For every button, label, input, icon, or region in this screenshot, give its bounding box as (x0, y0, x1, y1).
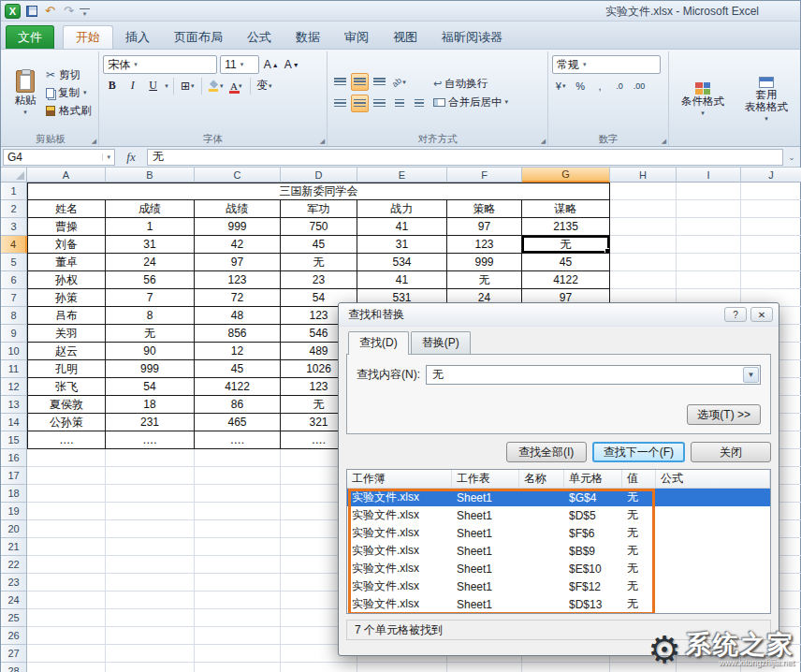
cell-C10[interactable]: 12 (195, 343, 281, 360)
cell-B28[interactable] (106, 663, 195, 672)
cell-A3[interactable]: 曹操 (27, 218, 106, 236)
paste-button[interactable]: 粘贴 ▾ (7, 53, 44, 132)
cell-B15[interactable]: …. (106, 431, 195, 449)
cell-E6[interactable]: 41 (357, 271, 447, 289)
cell-J3[interactable] (741, 218, 801, 236)
tab-find[interactable]: 查找(D) (348, 331, 409, 355)
cell-H2[interactable] (610, 200, 677, 218)
row-header-12[interactable]: 12 (1, 378, 27, 396)
percent-style-button[interactable]: % (572, 78, 589, 95)
font-dialog-launcher[interactable]: ◢ (320, 138, 325, 144)
column-header-B[interactable]: B (106, 168, 195, 183)
result-column-formula[interactable]: 公式 (656, 470, 770, 488)
row-header-4[interactable]: 4 (1, 236, 27, 254)
cell-D4[interactable]: 45 (281, 236, 357, 254)
result-column-workbook[interactable]: 工作簿 (347, 470, 452, 488)
column-header-F[interactable]: F (447, 168, 522, 183)
cell-C27[interactable] (195, 645, 281, 663)
formula-bar-expand-button[interactable]: ⌄ (785, 153, 798, 162)
cell-B8[interactable]: 8 (106, 307, 195, 325)
cell-B12[interactable]: 54 (106, 378, 195, 396)
tab-insert[interactable]: 插入 (113, 25, 162, 49)
cell-F4[interactable]: 123 (447, 236, 522, 254)
format-as-table-button[interactable]: 套用表格格式 ▾ (736, 53, 796, 146)
font-name-select[interactable]: 宋体▾ (103, 55, 217, 74)
column-header-H[interactable]: H (610, 168, 677, 183)
cell-B19[interactable] (106, 503, 195, 520)
cell-C4[interactable]: 42 (195, 236, 281, 254)
cell-D28[interactable] (281, 663, 357, 672)
cell-B7[interactable]: 7 (106, 289, 195, 307)
cell-A28[interactable] (27, 663, 106, 672)
cell-A18[interactable] (27, 485, 106, 503)
select-all-corner[interactable] (1, 168, 27, 183)
cell-B27[interactable] (106, 645, 195, 663)
cell-A13[interactable]: 夏侯敦 (27, 396, 106, 414)
row-header-23[interactable]: 23 (1, 574, 27, 592)
cell-B21[interactable] (106, 538, 195, 556)
row-header-19[interactable]: 19 (1, 503, 27, 520)
alignment-dialog-launcher[interactable]: ◢ (541, 138, 546, 144)
cell-B9[interactable]: 无 (106, 325, 195, 343)
row-header-2[interactable]: 2 (1, 200, 27, 218)
options-button[interactable]: 选项(T) >> (687, 404, 761, 425)
cell-B6[interactable]: 56 (106, 271, 195, 289)
cell-B17[interactable] (106, 467, 195, 485)
cell-A24[interactable] (27, 592, 106, 609)
cell-A12[interactable]: 张飞 (27, 378, 106, 396)
cell-A19[interactable] (27, 503, 106, 520)
cell-A2[interactable]: 姓名 (27, 200, 106, 218)
cell-A4[interactable]: 刘备 (27, 236, 106, 254)
tab-file[interactable]: 文件 (6, 25, 54, 49)
cell-F28[interactable] (447, 663, 522, 672)
cell-D6[interactable]: 23 (281, 271, 357, 289)
cell-E5[interactable]: 534 (357, 254, 447, 271)
row-header-17[interactable]: 17 (1, 467, 27, 485)
align-middle-button[interactable] (351, 73, 369, 91)
cell-E4[interactable]: 31 (357, 236, 447, 254)
row-header-5[interactable]: 5 (1, 254, 27, 271)
cell-B4[interactable]: 31 (106, 236, 195, 254)
tab-home[interactable]: 开始 (63, 25, 113, 49)
cell-C2[interactable]: 战绩 (195, 200, 281, 218)
cell-A5[interactable]: 董卓 (27, 254, 106, 271)
cell-B18[interactable] (106, 485, 195, 503)
decrease-indent-button[interactable] (390, 95, 408, 112)
tab-page-layout[interactable]: 页面布局 (162, 25, 235, 49)
cell-D5[interactable]: 无 (281, 254, 357, 271)
comma-style-button[interactable]: , (591, 78, 608, 95)
row-header-20[interactable]: 20 (1, 520, 27, 538)
column-header-G[interactable]: G (522, 168, 610, 183)
cell-G28[interactable] (522, 663, 610, 672)
cell-A26[interactable] (27, 627, 106, 645)
cell-C19[interactable] (195, 503, 281, 520)
cell-C21[interactable] (195, 538, 281, 556)
column-header-D[interactable]: D (281, 168, 357, 183)
cell-C20[interactable] (195, 520, 281, 538)
cell-A10[interactable]: 赵云 (27, 343, 106, 360)
cell-C18[interactable] (195, 485, 281, 503)
borders-button[interactable]: ⊞▾ (179, 77, 197, 95)
row-header-8[interactable]: 8 (1, 307, 27, 325)
cell-E3[interactable]: 41 (357, 218, 447, 236)
column-header-J[interactable]: J (741, 168, 801, 183)
copy-button[interactable]: 复制▾ (44, 84, 94, 101)
name-box-dropdown-icon[interactable]: ▾ (102, 153, 110, 161)
find-what-combobox[interactable]: 无 ▼ (426, 365, 761, 385)
result-row[interactable]: 实验文件.xlsxSheet1$D$13无 (347, 595, 770, 613)
cell-A14[interactable]: 公孙策 (27, 414, 106, 431)
cell-B25[interactable] (106, 609, 195, 627)
cell-A6[interactable]: 孙权 (27, 271, 106, 289)
result-row[interactable]: 实验文件.xlsxSheet1$F$12无 (347, 577, 770, 595)
cut-button[interactable]: ✂剪切 (44, 66, 94, 83)
row-header-21[interactable]: 21 (1, 538, 27, 556)
cell-C3[interactable]: 999 (195, 218, 281, 236)
wrap-text-button[interactable]: ↩自动换行 (433, 77, 508, 91)
cell-A23[interactable] (27, 574, 106, 592)
cell-B24[interactable] (106, 592, 195, 609)
cell-F3[interactable]: 97 (447, 218, 522, 236)
cell-B26[interactable] (106, 627, 195, 645)
decrease-decimal-button[interactable]: .00 (631, 78, 648, 95)
align-center-button[interactable] (351, 95, 369, 112)
shrink-font-button[interactable]: A▼ (283, 56, 300, 74)
